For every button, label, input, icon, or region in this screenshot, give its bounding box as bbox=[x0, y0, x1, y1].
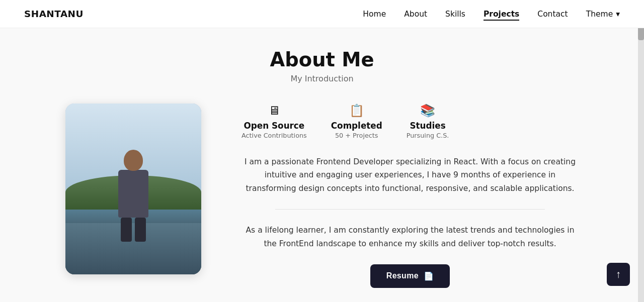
about-photo bbox=[65, 104, 201, 274]
photo-scene bbox=[65, 104, 201, 274]
nav-links: Home About Skills Projects Contact Theme… bbox=[363, 9, 620, 19]
nav-item-skills[interactable]: Skills bbox=[445, 9, 465, 19]
theme-label: Theme bbox=[586, 10, 613, 19]
arrow-up-icon: ↑ bbox=[616, 268, 621, 280]
navbar: SHANTANU Home About Skills Projects Cont… bbox=[0, 0, 644, 28]
studies-icon: 📚 bbox=[407, 104, 449, 118]
completed-icon: 📋 bbox=[331, 104, 382, 118]
open-source-icon: 🖥 bbox=[242, 104, 307, 118]
stat-studies: 📚 Studies Pursuing C.S. bbox=[407, 104, 449, 139]
nav-item-projects[interactable]: Projects bbox=[484, 9, 519, 19]
nav-logo[interactable]: SHANTANU bbox=[24, 9, 84, 19]
stat-open-source-sub: Active Contributions bbox=[242, 132, 307, 139]
person-body bbox=[118, 170, 148, 218]
about-text-section: 🖥 Open Source Active Contributions 📋 Com… bbox=[242, 104, 579, 288]
description-para-2: As a lifelong learner, I am constantly e… bbox=[242, 224, 579, 250]
person-silhouette bbox=[111, 150, 156, 240]
person-leg-right bbox=[135, 218, 146, 242]
nav-item-home[interactable]: Home bbox=[363, 9, 386, 19]
section-title: About Me bbox=[65, 48, 579, 71]
resume-button[interactable]: Resume 📄 bbox=[370, 264, 450, 288]
stat-completed-sub: 50 + Projects bbox=[331, 132, 382, 139]
description-para-1: I am a passionate Frontend Developer spe… bbox=[242, 155, 579, 195]
person-leg-left bbox=[121, 218, 132, 242]
stats-row: 🖥 Open Source Active Contributions 📋 Com… bbox=[242, 104, 579, 139]
resume-icon: 📄 bbox=[424, 271, 434, 281]
about-content: 🖥 Open Source Active Contributions 📋 Com… bbox=[65, 104, 579, 288]
stat-studies-sub: Pursuing C.S. bbox=[407, 132, 449, 139]
section-subtitle: My Introduction bbox=[65, 74, 579, 83]
nav-item-about[interactable]: About bbox=[404, 9, 427, 19]
resume-label: Resume bbox=[386, 271, 419, 280]
stat-completed-title: Completed bbox=[331, 121, 382, 131]
scrollbar[interactable] bbox=[638, 0, 644, 302]
scroll-to-top-button[interactable]: ↑ bbox=[607, 263, 630, 286]
stat-open-source: 🖥 Open Source Active Contributions bbox=[242, 104, 307, 139]
resume-btn-wrap: Resume 📄 bbox=[242, 264, 579, 288]
main-content: About Me My Introduction bbox=[25, 28, 619, 302]
divider bbox=[275, 209, 545, 210]
person-head bbox=[124, 150, 143, 171]
stat-open-source-title: Open Source bbox=[242, 121, 307, 131]
section-header: About Me My Introduction bbox=[65, 48, 579, 83]
nav-item-contact[interactable]: Contact bbox=[537, 9, 568, 19]
chevron-down-icon: ▾ bbox=[616, 10, 620, 19]
nav-theme-dropdown[interactable]: Theme ▾ bbox=[586, 10, 620, 19]
stat-completed: 📋 Completed 50 + Projects bbox=[331, 104, 382, 139]
stat-studies-title: Studies bbox=[407, 121, 449, 131]
person-legs bbox=[111, 218, 156, 242]
